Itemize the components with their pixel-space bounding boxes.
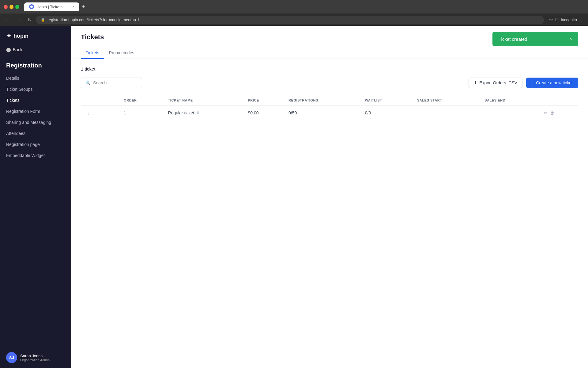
sidebar-item-details[interactable]: Details <box>0 73 71 84</box>
main-content: Ticket created × Tickets Tickets Promo c… <box>71 26 588 368</box>
tab-close-button[interactable]: × <box>72 5 74 9</box>
col-registrations: REGISTRATIONS <box>284 95 360 105</box>
sidebar-item-registration-form[interactable]: Registration Form <box>0 106 71 117</box>
toast-notification: Ticket created × <box>492 32 578 46</box>
close-window-button[interactable] <box>4 5 8 9</box>
lock-icon: 🔒 <box>41 18 45 22</box>
export-icon: ⬆ <box>474 80 477 85</box>
create-ticket-button[interactable]: + Create a new ticket <box>526 78 578 88</box>
drag-handle-icon[interactable]: ⋮⋮ <box>86 110 96 115</box>
browser-chrome: Hopin | Tickets × + <box>0 0 588 13</box>
user-info: Sarah Jonas Organization Admin <box>20 354 50 362</box>
hopin-logo: ✦ hopin <box>6 32 28 40</box>
app-layout: ✦ hopin ⬤ Back Registration Details Tick… <box>0 26 588 368</box>
ticket-name-cell: Regular ticket ⧉ <box>168 110 238 115</box>
col-order: ORDER <box>119 95 163 105</box>
bookmark-icon[interactable]: ☆ <box>549 17 553 23</box>
maximize-window-button[interactable] <box>15 5 19 9</box>
tab-bar: Hopin | Tickets × + <box>24 2 584 11</box>
tickets-count: 1 ticket <box>81 66 578 71</box>
toast-message: Ticket created <box>499 36 527 42</box>
back-button[interactable]: ← <box>4 16 12 24</box>
address-bar[interactable]: 🔒 registration.hopin.com/tickets?slug=mu… <box>36 16 544 24</box>
avatar: SJ <box>6 352 17 363</box>
col-actions <box>539 95 578 105</box>
page-title: Tickets <box>81 33 104 41</box>
sidebar-item-ticket-groups[interactable]: Ticket Groups <box>0 84 71 95</box>
row-registrations: 0/50 <box>284 105 360 120</box>
tab-title: Hopin | Tickets <box>36 5 62 9</box>
back-label: Back <box>13 47 22 52</box>
col-drag <box>81 95 119 105</box>
row-sales-start <box>412 105 480 120</box>
traffic-lights <box>4 5 19 9</box>
copy-icon[interactable]: ⧉ <box>197 110 199 115</box>
edit-ticket-button[interactable]: ✏ <box>544 110 548 115</box>
sidebar-item-tickets[interactable]: Tickets <box>0 95 71 106</box>
row-ticket-name: Regular ticket ⧉ <box>163 105 243 120</box>
tab-promo-codes[interactable]: Promo codes <box>104 47 139 59</box>
plus-icon: + <box>532 80 534 85</box>
sidebar-item-sharing-messaging[interactable]: Sharing and Messaging <box>0 117 71 128</box>
svg-point-0 <box>30 6 33 8</box>
create-label: Create a new ticket <box>536 80 573 85</box>
col-ticket-name: TICKET NAME <box>163 95 243 105</box>
row-order: 1 <box>119 105 163 120</box>
user-name: Sarah Jonas <box>20 354 50 358</box>
delete-ticket-button[interactable]: 🗑 <box>550 110 554 115</box>
col-waitlist: WAITLIST <box>360 95 412 105</box>
sidebar-item-registration-page[interactable]: Registration page <box>0 139 71 150</box>
menu-icon[interactable]: ⋮ <box>579 17 584 23</box>
url-text: registration.hopin.com/tickets?slug=musi… <box>47 17 139 22</box>
table-header: ORDER TICKET NAME PRICE REGISTRATIONS WA <box>81 95 578 105</box>
hopin-text: hopin <box>13 33 28 39</box>
sidebar-item-embeddable-widget[interactable]: Embeddable Widget <box>0 150 71 161</box>
sidebar-section-title: Registration <box>0 57 71 73</box>
sidebar-footer: SJ Sarah Jonas Organization Admin <box>0 347 71 368</box>
back-icon: ⬤ <box>6 47 11 52</box>
profile-label: Incognito <box>561 17 577 22</box>
tab-tickets[interactable]: Tickets <box>81 47 104 59</box>
refresh-button[interactable]: ↻ <box>26 16 33 24</box>
browser-actions: ☆ □ Incognito ⋮ <box>549 17 584 23</box>
back-nav-button[interactable]: ⬤ Back <box>0 45 71 57</box>
sidebar-item-attendees[interactable]: Attendees <box>0 128 71 139</box>
row-actions: ✏ 🗑 <box>539 105 578 120</box>
row-drag-handle[interactable]: ⋮⋮ <box>81 105 119 120</box>
sidebar-logo: ✦ hopin <box>0 26 71 45</box>
content-body: 1 ticket 🔍 ⬆ Export Orders .CSV + Create… <box>71 59 588 128</box>
search-icon: 🔍 <box>85 80 91 85</box>
sidebar: ✦ hopin ⬤ Back Registration Details Tick… <box>0 26 71 368</box>
forward-button[interactable]: → <box>15 16 23 24</box>
row-actions-container: ✏ 🗑 <box>544 110 573 115</box>
table-body: ⋮⋮ 1 Regular ticket ⧉ $0.00 0/50 0/0 <box>81 105 578 120</box>
export-orders-button[interactable]: ⬆ Export Orders .CSV <box>469 78 522 88</box>
search-input[interactable] <box>93 80 138 85</box>
row-waitlist: 0/0 <box>360 105 412 120</box>
address-bar-row: ← → ↻ 🔒 registration.hopin.com/tickets?s… <box>0 13 588 26</box>
extensions-icon[interactable]: □ <box>556 17 559 22</box>
col-sales-end: SALES END <box>480 95 539 105</box>
tab-favicon <box>29 4 34 9</box>
search-box: 🔍 <box>81 78 142 88</box>
col-sales-start: SALES START <box>412 95 480 105</box>
export-label: Export Orders .CSV <box>479 80 517 85</box>
user-role: Organization Admin <box>20 358 50 362</box>
toast-close-button[interactable]: × <box>569 36 572 42</box>
toolbar-actions: ⬆ Export Orders .CSV + Create a new tick… <box>469 78 578 88</box>
ticket-name-text: Regular ticket <box>168 110 194 115</box>
new-tab-button[interactable]: + <box>81 2 86 11</box>
table-row: ⋮⋮ 1 Regular ticket ⧉ $0.00 0/50 0/0 <box>81 105 578 120</box>
minimize-window-button[interactable] <box>9 5 13 9</box>
row-sales-end <box>480 105 539 120</box>
browser-tab[interactable]: Hopin | Tickets × <box>24 2 79 11</box>
col-price: PRICE <box>243 95 284 105</box>
hopin-icon: ✦ <box>6 32 12 40</box>
tickets-table: ORDER TICKET NAME PRICE REGISTRATIONS WA <box>81 95 578 120</box>
toolbar: 🔍 ⬆ Export Orders .CSV + Create a new ti… <box>81 78 578 88</box>
sidebar-nav: Details Ticket Groups Tickets Registrati… <box>0 73 71 347</box>
row-price: $0.00 <box>243 105 284 120</box>
